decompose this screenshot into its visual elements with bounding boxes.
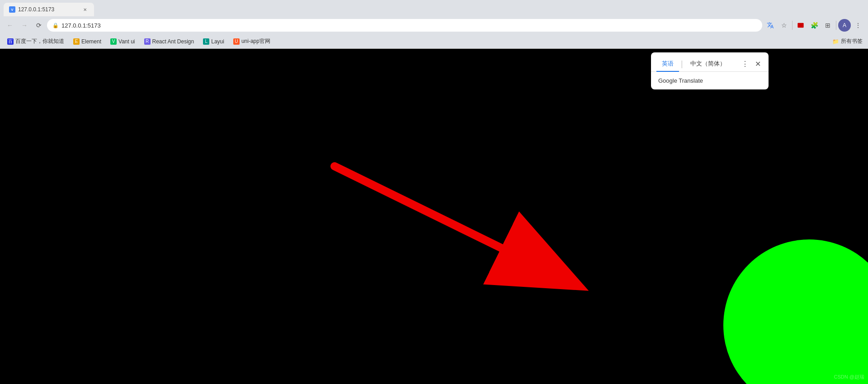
baidu-label: 百度一下，你就知道 (15, 37, 64, 45)
browser-chrome: V 127.0.0.1:5173 ✕ ← → ⟳ 🔒 127.0.0.1:517… (0, 0, 868, 49)
green-circle (723, 239, 868, 384)
bookmark-react-ant[interactable]: R React Ant Design (141, 36, 198, 47)
translate-service-label: Google Translate (658, 77, 761, 84)
csdn-watermark: CSDN @赵瑞 (834, 374, 864, 380)
uniapp-icon: U (233, 38, 240, 45)
tab-title: 127.0.0.1:5173 (18, 6, 79, 13)
translate-toolbar-button[interactable] (764, 19, 777, 32)
element-label: Element (81, 38, 101, 45)
tab-bar: V 127.0.0.1:5173 ✕ (0, 0, 868, 16)
toolbar-divider-2 (836, 21, 836, 30)
csdn-extension-button[interactable] (794, 19, 807, 32)
bookmark-star-button[interactable]: ☆ (778, 19, 790, 32)
folder-icon: 📁 (832, 38, 839, 45)
uniapp-label: uni-app官网 (241, 37, 270, 45)
bookmark-baidu[interactable]: 百 百度一下，你就知道 (4, 36, 68, 47)
tab-close-button[interactable]: ✕ (81, 6, 89, 13)
baidu-icon: 百 (7, 38, 14, 45)
bookmarks-right: 📁 所有书签 (830, 36, 864, 47)
profile-button[interactable]: A (838, 19, 851, 32)
vant-label: Vant ui (118, 38, 135, 45)
back-button[interactable]: ← (4, 19, 16, 32)
translate-tab-english[interactable]: 英语 (656, 56, 679, 71)
all-bookmarks-label: 所有书签 (841, 37, 863, 45)
address-bar-row: ← → ⟳ 🔒 127.0.0.1:5173 ☆ 🧩 ⊞ A (0, 16, 868, 34)
bookmarks-bar: 百 百度一下，你就知道 E Element V Vant ui R React … (0, 34, 868, 49)
url-text: 127.0.0.1:5173 (61, 22, 757, 29)
extension-button[interactable]: 🧩 (808, 19, 821, 32)
layui-label: Layui (211, 38, 224, 45)
layui-icon: L (203, 38, 209, 45)
address-bar[interactable]: 🔒 127.0.0.1:5173 (47, 19, 762, 32)
webpage-content: CSDN @赵瑞 英语 | 中文（简体） ⋮ ✕ Google Translat… (0, 49, 868, 384)
sidebar-button[interactable]: ⊞ (821, 19, 834, 32)
translate-body: Google Translate (651, 72, 769, 89)
bookmark-layui[interactable]: L Layui (199, 36, 228, 47)
tab-favicon: V (9, 6, 15, 13)
bookmark-element[interactable]: E Element (70, 36, 105, 47)
vant-icon: V (110, 38, 117, 45)
menu-button[interactable]: ⋮ (852, 19, 864, 32)
tab-divider: | (679, 59, 685, 69)
lock-icon: 🔒 (52, 23, 59, 28)
forward-button[interactable]: → (18, 19, 31, 32)
svg-rect-0 (797, 23, 803, 28)
translate-close-button[interactable]: ✕ (752, 58, 763, 69)
all-bookmarks-button[interactable]: 📁 所有书签 (830, 36, 864, 47)
bookmark-vant[interactable]: V Vant ui (107, 36, 138, 47)
element-icon: E (73, 38, 80, 45)
react-ant-label: React Ant Design (152, 38, 194, 45)
translate-popup: 英语 | 中文（简体） ⋮ ✕ Google Translate (651, 52, 769, 89)
translate-tab-chinese[interactable]: 中文（简体） (685, 56, 731, 71)
toolbar-right: ☆ 🧩 ⊞ A ⋮ (764, 19, 864, 32)
toolbar-divider (792, 21, 793, 30)
active-tab[interactable]: V 127.0.0.1:5173 ✕ (4, 3, 94, 16)
translate-menu-button[interactable]: ⋮ (740, 58, 750, 69)
translate-tabs: 英语 | 中文（简体） ⋮ ✕ (651, 52, 769, 72)
bookmark-uniapp[interactable]: U uni-app官网 (230, 36, 274, 47)
react-ant-icon: R (144, 38, 151, 45)
svg-line-2 (335, 166, 574, 284)
reload-button[interactable]: ⟳ (33, 19, 45, 32)
